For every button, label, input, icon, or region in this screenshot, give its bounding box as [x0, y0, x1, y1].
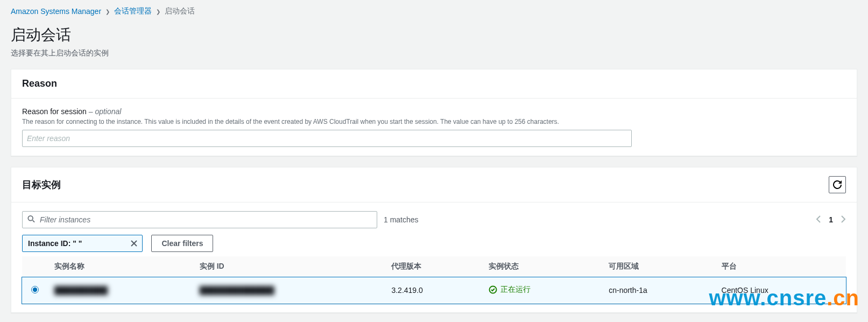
breadcrumb-root[interactable]: Amazon Systems Manager — [11, 7, 101, 16]
svg-line-1 — [33, 220, 35, 222]
cell-instance-id: ██████████████ — [200, 286, 274, 295]
reason-label: Reason for session — [22, 107, 87, 116]
close-icon — [130, 240, 138, 247]
pagination: 1 — [816, 215, 846, 225]
cell-platform: CentOS Linux — [715, 277, 846, 304]
cell-az: cn-north-1a — [602, 277, 715, 304]
col-instance-id[interactable]: 实例 ID — [193, 256, 385, 277]
next-page-button[interactable] — [839, 215, 846, 225]
chevron-right-icon — [839, 215, 846, 223]
refresh-icon — [833, 180, 842, 189]
col-status[interactable]: 实例状态 — [482, 256, 602, 277]
col-platform[interactable]: 平台 — [715, 256, 846, 277]
cell-instance-name: ██████████ — [54, 286, 108, 295]
chevron-right-icon: ❯ — [105, 9, 110, 15]
page-title: 启动会话 — [11, 25, 857, 45]
filter-tag-instance-id: Instance ID: " " — [22, 235, 143, 252]
reason-optional: – optional — [87, 107, 122, 116]
cell-status: 正在运行 — [500, 285, 531, 295]
check-circle-icon — [489, 285, 497, 294]
clear-filters-button[interactable]: Clear filters — [151, 235, 213, 252]
chevron-right-icon: ❯ — [156, 9, 160, 15]
filter-tag-label: Instance ID: " " — [28, 239, 82, 248]
table-row[interactable]: ██████████ ██████████████ 3.2.419.0 正在运行… — [22, 277, 846, 304]
col-az[interactable]: 可用区域 — [602, 256, 715, 277]
col-agent-version[interactable]: 代理版本 — [385, 256, 482, 277]
instances-panel: 目标实例 1 matches 1 — [11, 167, 857, 313]
instances-panel-title: 目标实例 — [22, 178, 61, 191]
matches-count: 1 matches — [384, 215, 419, 224]
reason-panel-title: Reason — [11, 69, 857, 99]
row-radio[interactable] — [31, 286, 39, 293]
page-subtitle: 选择要在其上启动会话的实例 — [11, 48, 857, 58]
page-number: 1 — [829, 215, 833, 224]
cell-agent-version: 3.2.419.0 — [385, 277, 482, 304]
search-icon — [27, 215, 35, 225]
breadcrumb-current: 启动会话 — [165, 6, 195, 16]
prev-page-button[interactable] — [816, 215, 822, 225]
chevron-left-icon — [816, 215, 822, 223]
filter-input[interactable] — [22, 211, 377, 228]
reason-description: The reason for connecting to the instanc… — [22, 118, 846, 125]
svg-point-0 — [28, 216, 33, 221]
col-instance-name[interactable]: 实例名称 — [48, 256, 193, 277]
remove-filter-button[interactable] — [130, 240, 138, 247]
breadcrumb-session-manager[interactable]: 会话管理器 — [114, 6, 152, 16]
reason-panel: Reason Reason for session – optional The… — [11, 69, 857, 156]
refresh-button[interactable] — [829, 176, 846, 193]
instances-table: 实例名称 实例 ID 代理版本 实例状态 可用区域 平台 ██████████ … — [22, 256, 846, 304]
reason-input[interactable] — [22, 130, 632, 147]
breadcrumb: Amazon Systems Manager ❯ 会话管理器 ❯ 启动会话 — [11, 6, 857, 16]
